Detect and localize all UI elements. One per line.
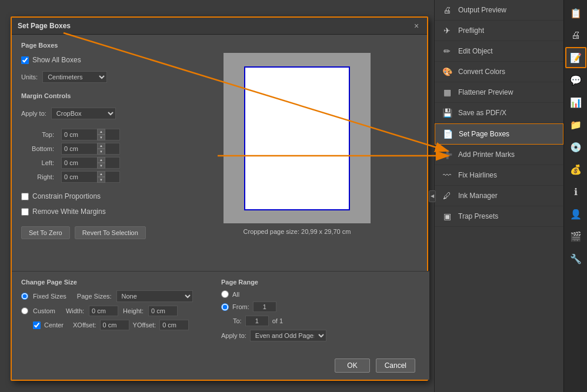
from-row: From:: [221, 301, 420, 312]
apply-to-select[interactable]: CropBox: [51, 108, 116, 119]
apply-to-label: Apply to:: [21, 110, 46, 117]
side-panel-item-output-preview[interactable]: 🖨 Output Preview: [435, 0, 563, 21]
side-panel-item-preflight[interactable]: ✈ Preflight: [435, 21, 563, 41]
edit-object-label: Edit Object: [458, 47, 493, 55]
top-down-btn[interactable]: ▼: [97, 135, 105, 140]
side-panel-item-edit-object[interactable]: ✏ Edit Object: [435, 41, 563, 62]
right-spinner[interactable]: ▲ ▼: [61, 171, 120, 183]
units-label: Units:: [21, 73, 38, 81]
remove-white-label: Remove White Margins: [32, 207, 106, 216]
side-panel-item-convert-colors[interactable]: 🎨 Convert Colors: [435, 62, 563, 82]
top-input[interactable]: [62, 131, 97, 138]
show-all-boxes-checkbox[interactable]: [21, 56, 29, 64]
dialog-titlebar: Set Page Boxes ×: [12, 18, 427, 35]
convert-colors-label: Convert Colors: [458, 68, 505, 76]
revert-selection-button[interactable]: Revert To Selection: [75, 226, 146, 239]
side-panel-item-trap-presets[interactable]: ▣ Trap Presets: [435, 206, 563, 227]
toolbar-icon-12[interactable]: 🔧: [565, 248, 586, 269]
width-input[interactable]: [89, 306, 118, 316]
top-spinner[interactable]: ▲ ▼: [61, 129, 120, 140]
convert-colors-icon: 🎨: [442, 66, 452, 77]
ok-button[interactable]: OK: [335, 359, 369, 373]
preflight-label: Preflight: [458, 26, 484, 35]
remove-white-checkbox[interactable]: [21, 208, 29, 216]
flattener-preview-label: Flattener Preview: [458, 88, 513, 96]
side-panel-item-fix-hairlines[interactable]: 〰 Fix Hairlines: [435, 165, 563, 186]
left-label: Left:: [21, 157, 56, 169]
page-sizes-select[interactable]: None: [116, 290, 193, 302]
preflight-icon: ✈: [442, 25, 452, 36]
right-spinner-buttons: ▲ ▼: [97, 171, 105, 183]
right-up-btn[interactable]: ▲: [97, 171, 105, 177]
bottom-up-btn[interactable]: ▲: [97, 143, 105, 149]
page-sizes-label: Page Sizes:: [77, 293, 112, 300]
fix-hairlines-label: Fix Hairlines: [458, 171, 497, 179]
close-button[interactable]: ×: [412, 21, 421, 31]
all-radio-row: All: [221, 290, 420, 298]
left-spinner-buttons: ▲ ▼: [97, 157, 105, 169]
bottom-input[interactable]: [62, 145, 97, 152]
left-input[interactable]: [62, 159, 97, 166]
toolbar-icon-5[interactable]: 📊: [565, 92, 586, 113]
side-panel-item-set-page-boxes[interactable]: 📄 Set Page Boxes: [435, 123, 563, 145]
toolbar-icon-8[interactable]: 💰: [565, 159, 586, 180]
trap-presets-label: Trap Presets: [458, 212, 498, 220]
apply-to2-select[interactable]: Even and Odd Pages: [250, 330, 326, 341]
from-radio[interactable]: [221, 303, 229, 311]
bottom-down-btn[interactable]: ▼: [97, 149, 105, 155]
constrain-checkbox[interactable]: [21, 193, 29, 200]
custom-radio[interactable]: [21, 307, 28, 314]
side-panel-item-flattener[interactable]: ▦ Flattener Preview: [435, 82, 563, 103]
save-pdf-icon: 💾: [442, 108, 452, 118]
set-to-zero-button[interactable]: Set To Zero: [21, 226, 70, 239]
left-down-btn[interactable]: ▼: [97, 163, 105, 169]
all-radio[interactable]: [221, 290, 229, 298]
height-input[interactable]: [148, 306, 178, 316]
from-input[interactable]: [253, 301, 276, 312]
side-panel-item-ink-manager[interactable]: 🖊 Ink Manager: [435, 186, 563, 206]
toolbar-icon-9[interactable]: ℹ: [565, 181, 586, 202]
collapse-arrow[interactable]: ◀: [429, 190, 436, 202]
right-input[interactable]: [62, 173, 97, 180]
fixed-sizes-radio[interactable]: [21, 293, 28, 300]
fixed-sizes-row: Fixed Sizes Page Sizes: None: [21, 290, 209, 302]
custom-row: Custom Width: Height:: [21, 306, 209, 316]
fix-hairlines-icon: 〰: [442, 170, 452, 180]
add-printer-marks-label: Add Printer Marks: [458, 150, 515, 159]
center-checkbox[interactable]: [33, 321, 41, 329]
side-panel-item-save-pdf[interactable]: 💾 Save as PDF/X: [435, 103, 563, 123]
left-spinner[interactable]: ▲ ▼: [61, 157, 120, 169]
right-down-btn[interactable]: ▼: [97, 177, 105, 183]
output-preview-icon: 🖨: [442, 5, 452, 15]
trap-presets-icon: ▣: [442, 211, 452, 222]
toolbar-icon-4[interactable]: 💬: [565, 69, 586, 91]
side-panel-item-printer-marks[interactable]: ➕ Add Printer Marks: [435, 145, 563, 165]
ink-manager-label: Ink Manager: [458, 192, 498, 200]
left-up-btn[interactable]: ▲: [97, 157, 105, 163]
units-select[interactable]: Centimeters: [42, 71, 107, 83]
yoffset-input[interactable]: [159, 320, 189, 330]
save-pdf-label: Save as PDF/X: [458, 109, 506, 117]
cancel-button[interactable]: Cancel: [376, 359, 415, 373]
to-input[interactable]: [245, 316, 269, 326]
preview-caption: Cropped page size: 20,99 x 29,70 cm: [224, 228, 371, 235]
xoffset-input[interactable]: [100, 320, 129, 330]
toolbar-icon-6[interactable]: 📁: [565, 114, 586, 135]
toolbar-icon-1[interactable]: 📋: [565, 2, 586, 24]
toolbar-icon-3[interactable]: 📝: [565, 47, 586, 68]
change-page-size-label: Change Page Size: [21, 279, 209, 286]
center-row: Center XOffset: YOffset:: [33, 320, 209, 330]
top-up-btn[interactable]: ▲: [97, 129, 105, 135]
edit-object-icon: ✏: [442, 46, 452, 56]
toolbar-icon-11[interactable]: 🎬: [565, 226, 586, 247]
from-label: From:: [232, 303, 249, 310]
custom-label: Custom: [33, 307, 55, 314]
right-label: Right:: [21, 171, 56, 183]
bottom-spinner[interactable]: ▲ ▼: [61, 143, 120, 155]
toolbar-icon-2[interactable]: 🖨: [565, 25, 586, 46]
dialog-title: Set Page Boxes: [18, 22, 71, 30]
toolbar-icon-10[interactable]: 👤: [565, 203, 586, 225]
set-page-boxes-dialog: Set Page Boxes × Page Boxes Show All Box…: [11, 16, 428, 381]
bottom-label: Bottom:: [21, 143, 56, 155]
toolbar-icon-7[interactable]: 💿: [565, 136, 586, 158]
